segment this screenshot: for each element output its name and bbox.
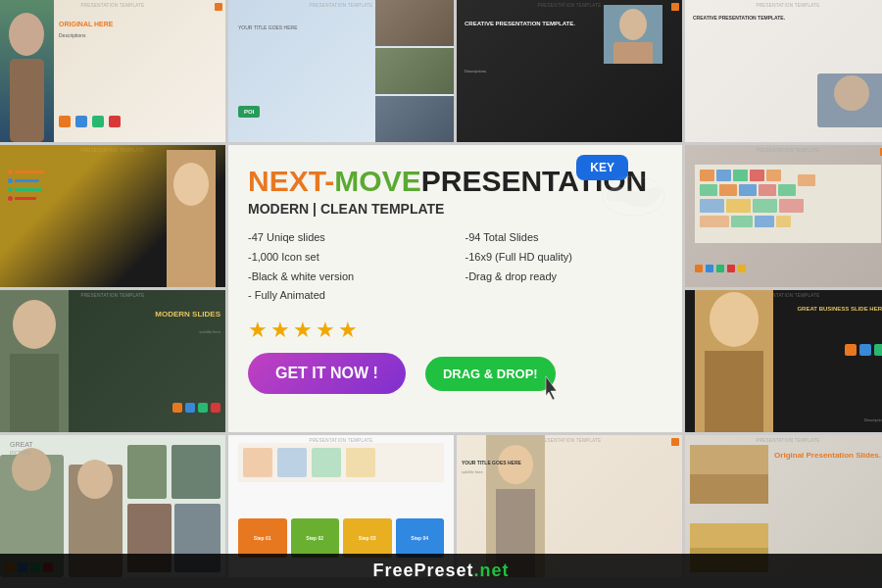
subtitle-11: subtitle here: [462, 469, 483, 474]
watermark-brand: FreePreset: [372, 561, 473, 580]
svg-rect-19: [719, 184, 737, 196]
star-3: ★: [293, 318, 313, 343]
thumbnails-grid: PRESENTATION TEMPLATE ORIGINAL HERE Desc…: [0, 0, 882, 588]
green-badge: POI: [238, 106, 260, 118]
svg-rect-17: [766, 170, 781, 181]
your-title-11: YOUR TITLE GOES HERE: [462, 460, 521, 466]
modern-slides-text: MODERN SLIDES: [155, 310, 220, 318]
drag-drop-wrapper: DRAG & DROP!: [425, 357, 556, 391]
nav-items-5: [8, 170, 44, 201]
feature-4: - Fully Animated: [248, 286, 446, 306]
photo-strip-1: [0, 0, 54, 142]
step-3: Step 03: [343, 518, 392, 558]
landscape-photo-12: [690, 445, 768, 504]
star-2: ★: [270, 318, 290, 343]
svg-rect-21: [759, 184, 776, 196]
svg-rect-55: [277, 448, 307, 477]
thumb-1: PRESENTATION TEMPLATE ORIGINAL HERE Desc…: [0, 0, 225, 142]
desc1: Descriptions: [59, 32, 220, 38]
original-text: ORIGINAL HERE: [59, 20, 220, 28]
feature-1: -47 Uniqe slides: [248, 228, 446, 248]
nav-bar-2: [8, 178, 44, 183]
icon-7-4: [211, 403, 220, 413]
svg-point-42: [77, 460, 113, 499]
svg-text:GREAT: GREAT: [10, 441, 33, 448]
sq-yellow: [738, 265, 746, 272]
desc-8: Descriptions: [864, 417, 882, 422]
color-squares-6: [695, 265, 746, 272]
sq-red: [727, 265, 735, 272]
nav-line-2: [15, 179, 39, 182]
get-it-button[interactable]: GET IT NOW !: [248, 353, 406, 394]
svg-rect-37: [705, 351, 763, 432]
feature-3: -Black & white version: [248, 268, 446, 287]
svg-rect-20: [739, 184, 757, 196]
corner1: [215, 3, 222, 11]
icon-row-dark-8: [845, 344, 882, 356]
steps-row: Step 01 Step 02 Step 03 Step 04: [238, 518, 444, 558]
photo-cell-2: [375, 48, 454, 94]
nav-dot-2: [8, 178, 13, 183]
biz-text-8: GREAT BUSINESS SLIDE HERE: [797, 305, 882, 314]
svg-rect-29: [731, 216, 753, 227]
svg-rect-31: [776, 216, 791, 227]
biz-icon-3: [874, 344, 882, 356]
thumb6-label: PRESENTATION TEMPLATE: [685, 148, 882, 153]
svg-point-36: [710, 292, 759, 347]
nav-line-3: [15, 188, 42, 191]
us-map: [695, 165, 881, 243]
icon-7-3: [198, 403, 208, 413]
thumb-6: PRESENTATION TEMPLATE: [685, 145, 882, 287]
step-2: Step 02: [291, 518, 340, 558]
nav-bar-3: [8, 187, 44, 192]
your-title-2: YOUR TITLE GOES HERE: [238, 24, 297, 30]
svg-text:PICTURE: PICTURE: [10, 450, 32, 456]
drag-drop-button[interactable]: DRAG & DROP!: [425, 357, 556, 391]
svg-point-4: [619, 9, 647, 40]
svg-rect-27: [779, 199, 804, 213]
nav-line-4: [15, 197, 36, 200]
svg-rect-22: [778, 184, 796, 196]
cursor-icon: [541, 376, 565, 406]
svg-rect-25: [726, 199, 751, 213]
person-dark-8: [695, 290, 773, 432]
thumb12-label: PRESENTATION TEMPLATE: [685, 438, 882, 443]
feature-2: -1,000 Icon set: [248, 248, 446, 268]
feature-col2: -94 Total Slides -16x9 (Full HD quality)…: [466, 228, 663, 306]
svg-rect-15: [733, 170, 748, 181]
text-area-1: ORIGINAL HERE Descriptions: [59, 20, 220, 38]
thumb-2: PRESENTATION TEMPLATE YOUR TITLE GOES HE…: [228, 0, 454, 142]
center-panel: KEY NEXT-MOVEPRESENTATION MODERN | CLEAN…: [228, 145, 682, 432]
sq-orange: [695, 265, 703, 272]
main-container: PRESENTATION TEMPLATE ORIGINAL HERE Desc…: [0, 0, 882, 588]
thumb-3: PRESENTATION TEMPLATE CREATIVE PRESENTAT…: [457, 0, 682, 142]
feature-col1: -47 Uniqe slides -1,000 Icon set -Black …: [248, 228, 446, 306]
icons-row-1: [59, 116, 121, 127]
stars-row: ★ ★ ★ ★ ★: [248, 318, 662, 343]
biz-icon-1: [845, 344, 857, 356]
step-4: Step 04: [396, 518, 445, 558]
svg-rect-34: [10, 354, 59, 432]
subtitle-7: subtitle here: [199, 329, 220, 334]
svg-rect-13: [700, 170, 714, 181]
person-7: [0, 290, 69, 432]
svg-rect-30: [755, 216, 774, 227]
svg-rect-18: [700, 184, 717, 196]
nav-bar-1: [8, 170, 44, 174]
icon-box-red: [109, 116, 121, 127]
svg-rect-62: [690, 474, 768, 504]
svg-rect-26: [753, 199, 777, 213]
feature-5: -94 Total Slides: [466, 228, 663, 248]
svg-rect-23: [798, 174, 815, 186]
icon-box-green: [92, 116, 104, 127]
icon-box-blue: [75, 116, 87, 127]
star-4: ★: [316, 318, 335, 343]
svg-rect-54: [243, 448, 272, 477]
photo-cell-3: [375, 96, 454, 142]
world-map-decoration: [599, 174, 667, 219]
nav-dot-3: [8, 187, 13, 192]
thumb-5: PRESENTATION TEMPLATE: [0, 145, 225, 287]
svg-rect-16: [750, 170, 764, 181]
icon-box-orange: [59, 116, 71, 127]
corner11: [671, 438, 679, 446]
